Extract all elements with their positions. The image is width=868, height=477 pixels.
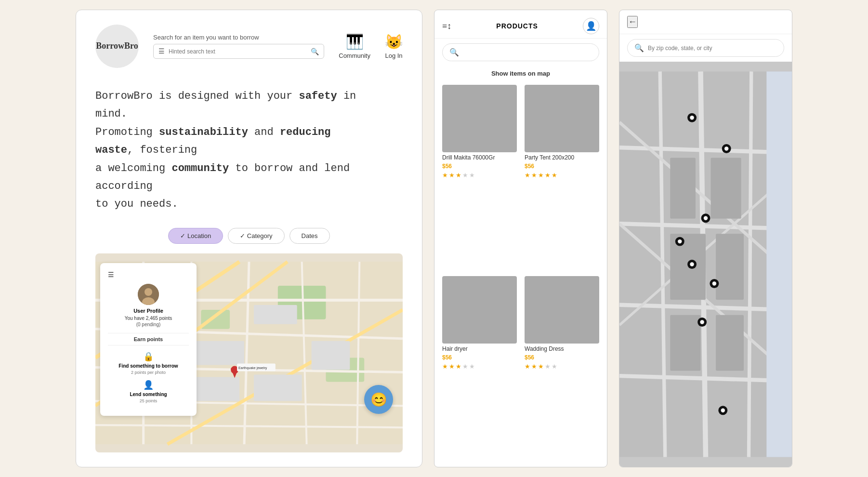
profile-overlay: ☰ User Profile You have 2,465 points (0 … [100, 263, 197, 416]
svg-point-52 [690, 116, 694, 119]
product-image-3 [442, 276, 517, 344]
svg-rect-48 [670, 315, 700, 371]
products-search-input[interactable] [463, 49, 592, 56]
map-container: Earthquake jewelry ☰ User Profile You ha… [95, 253, 403, 452]
chat-bubble[interactable]: 😊 [364, 385, 393, 414]
star: ★ [469, 172, 475, 179]
products-title: PRODUCTS [496, 22, 538, 30]
svg-text:Earthquake jewelry: Earthquake jewelry [238, 366, 267, 370]
filter-tab-location[interactable]: ✓ Location [168, 228, 223, 244]
community-icon: 🎹 [346, 33, 364, 50]
svg-point-56 [704, 216, 708, 220]
svg-rect-44 [670, 158, 696, 218]
community-label: Community [339, 52, 370, 59]
filter-tab-dates[interactable]: Dates [289, 228, 330, 244]
star: ★ [538, 172, 544, 179]
nav-item-login[interactable]: 😺 Log In [385, 33, 403, 59]
hero-word-safety: safety [299, 90, 337, 102]
product-stars-2: ★ ★ ★ ★ ★ [525, 172, 599, 179]
star: ★ [442, 363, 448, 371]
product-stars-1: ★ ★ ★ ★ ★ [442, 172, 517, 179]
user-icon[interactable]: 👤 [583, 18, 599, 34]
search-input[interactable] [169, 48, 307, 55]
product-card-2[interactable]: Party Tent 200x200 $56 ★ ★ ★ ★ ★ [525, 85, 599, 268]
hero-word-sustainability: sustainability [159, 126, 248, 138]
svg-point-62 [712, 281, 716, 285]
back-button[interactable]: ← [627, 16, 638, 28]
star: ★ [469, 363, 475, 371]
svg-point-60 [690, 262, 694, 266]
svg-point-54 [724, 146, 728, 150]
star: ★ [525, 172, 530, 179]
nav-item-community[interactable]: 🎹 Community [339, 33, 370, 59]
svg-rect-47 [716, 234, 744, 300]
profile-action-lend: 👤 Lend something 25 points [108, 380, 189, 403]
star: ★ [531, 363, 537, 371]
product-stars-3: ★ ★ ★ ★ ★ [442, 363, 517, 371]
logo-text: Borrow [96, 41, 124, 52]
product-price-4: $56 [525, 354, 599, 361]
star: ★ [545, 363, 551, 371]
svg-point-64 [700, 320, 704, 324]
earn-points-button[interactable]: Earn points [108, 333, 189, 345]
product-name-3: Hair dryer [442, 345, 517, 352]
star: ★ [525, 363, 530, 371]
show-map-text[interactable]: Show items on map [434, 66, 607, 81]
product-image-4 [525, 276, 599, 344]
hero-text: BorrowBro is designed with your safety i… [95, 87, 375, 213]
location-search-input[interactable] [648, 45, 777, 52]
svg-rect-46 [670, 234, 706, 300]
star: ★ [456, 363, 461, 371]
location-search-icon: 🔍 [634, 43, 644, 53]
svg-point-66 [721, 409, 725, 412]
star: ★ [462, 172, 468, 179]
borrow-label: Find something to borrow [118, 363, 178, 369]
sort-icon[interactable]: ≡↕ [442, 21, 451, 31]
search-label: Search for an item you want to borrow [153, 34, 324, 41]
svg-rect-24 [254, 374, 302, 401]
login-icon: 😺 [385, 33, 403, 50]
filter-tab-category[interactable]: ✓ Category [228, 228, 284, 244]
map-header: ← [619, 10, 792, 34]
products-grid: Drill Makita 76000Gr $56 ★ ★ ★ ★ ★ Party… [434, 81, 607, 467]
profile-action-borrow: 🔒 Find something to borrow 2 points per … [108, 351, 189, 375]
star: ★ [442, 172, 448, 179]
svg-rect-2 [201, 310, 230, 329]
svg-rect-50 [766, 71, 792, 457]
product-card-3[interactable]: Hair dryer $56 ★ ★ ★ ★ ★ [442, 276, 517, 460]
chat-icon: 😊 [370, 392, 387, 408]
star: ★ [449, 363, 455, 371]
profile-pending: (0 pending) [108, 322, 189, 327]
star: ★ [456, 172, 461, 179]
product-price-1: $56 [442, 163, 517, 170]
borrow-icon: 🔒 [143, 351, 154, 362]
product-price-3: $56 [442, 354, 517, 361]
products-header: ≡↕ PRODUCTS 👤 [434, 10, 607, 39]
product-card-4[interactable]: Wadding Dress $56 ★ ★ ★ ★ ★ [525, 276, 599, 460]
profile-avatar [138, 284, 159, 305]
product-stars-4: ★ ★ ★ ★ ★ [525, 363, 599, 371]
search-icon: 🔍 [449, 48, 459, 57]
svg-rect-19 [196, 341, 244, 365]
products-panel: ≡↕ PRODUCTS 👤 🔍 Show items on map Drill … [434, 10, 607, 467]
search-button[interactable]: 🔍 [311, 48, 319, 55]
location-search: 🔍 [627, 39, 784, 57]
map-view [619, 62, 792, 467]
left-panel: Borrow Bro Search for an item you want t… [76, 10, 422, 467]
svg-rect-21 [312, 341, 350, 370]
profile-points: You have 2,465 points [108, 316, 189, 321]
lend-icon: 👤 [143, 380, 154, 390]
product-card-1[interactable]: Drill Makita 76000Gr $56 ★ ★ ★ ★ ★ [442, 85, 517, 268]
product-name-2: Party Tent 200x200 [525, 154, 599, 161]
borrow-sub: 2 points per photo [131, 370, 166, 375]
star: ★ [552, 363, 557, 371]
hero-word-community: community [171, 162, 229, 174]
nav-items: 🎹 Community 😺 Log In [339, 33, 403, 59]
login-label: Log In [385, 52, 402, 59]
search-box: ☰ 🔍 [153, 44, 324, 59]
product-image-1 [442, 85, 517, 152]
map-view-svg [619, 62, 792, 467]
svg-rect-20 [254, 305, 297, 324]
star: ★ [462, 363, 468, 371]
svg-line-36 [749, 71, 751, 457]
